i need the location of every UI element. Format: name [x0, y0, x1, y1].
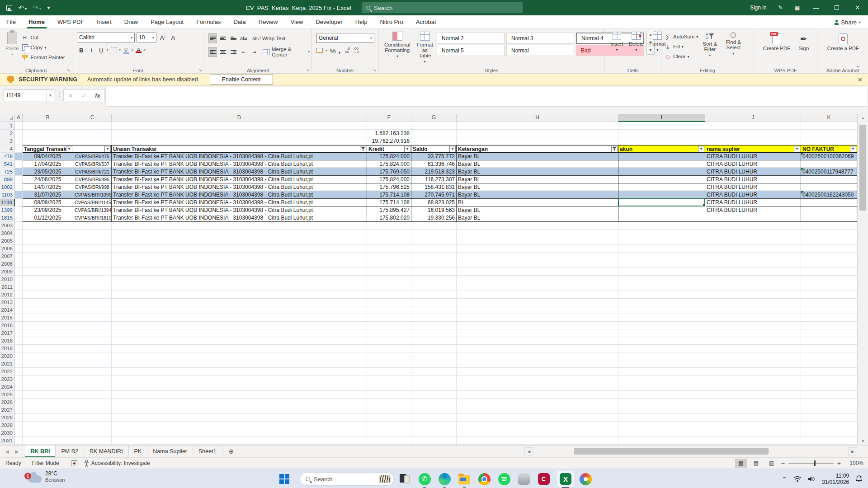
cell-G1002[interactable]: 158.431.831: [411, 183, 457, 191]
cell-F2017[interactable]: [367, 329, 411, 337]
format-painter-button[interactable]: Format Painter: [21, 52, 65, 62]
cell-A2006[interactable]: [15, 245, 23, 253]
delete-cells-button[interactable]: ✕Delete▾: [626, 31, 646, 53]
cell-C2014[interactable]: [73, 306, 112, 314]
style-normal-5[interactable]: Normal 5: [437, 45, 505, 56]
cell-K2004[interactable]: [801, 230, 857, 237]
cell-F2021[interactable]: [367, 360, 411, 368]
cell-G2025[interactable]: [411, 391, 457, 399]
ribbon-tab-view[interactable]: View: [284, 15, 309, 28]
cell-D1103[interactable]: Transfer BI-Fast ke PT BANK UOB INDONESI…: [112, 191, 367, 199]
cell-H2[interactable]: [457, 130, 618, 137]
row-number-2016[interactable]: 2016: [0, 322, 15, 329]
cell-C2020[interactable]: [73, 352, 112, 360]
cell-H1149[interactable]: BL: [457, 199, 618, 206]
column-header-F[interactable]: F: [367, 114, 411, 122]
cell-C2015[interactable]: [73, 314, 112, 322]
wrap-text-button[interactable]: ab⏎Wrap Text: [253, 33, 285, 43]
cell-F2030[interactable]: [367, 429, 411, 437]
collapse-ribbon-icon[interactable]: ⌃: [856, 65, 860, 71]
cell-F1399[interactable]: 175.895.427: [367, 206, 411, 214]
cell-A2013[interactable]: [15, 299, 23, 306]
close-button[interactable]: ×: [847, 0, 868, 15]
save-icon[interactable]: [6, 5, 12, 11]
zoom-in-icon[interactable]: +: [837, 460, 841, 467]
minimize-button[interactable]: —: [806, 0, 826, 15]
row-number-2019[interactable]: 2019: [0, 345, 15, 352]
cell-D2022[interactable]: [112, 368, 367, 375]
cell-C1149[interactable]: CVPAS/BRI/1145: [73, 199, 112, 206]
row-number-2[interactable]: 2: [0, 130, 15, 137]
cell-B1[interactable]: [23, 122, 73, 130]
cell-G2008[interactable]: [411, 260, 457, 268]
pen-icon[interactable]: ✎: [773, 0, 789, 15]
row-number-2017[interactable]: 2017: [0, 329, 15, 337]
cell-C541[interactable]: CVPAS/BRI/537: [73, 160, 112, 168]
cell-J3[interactable]: [705, 137, 801, 145]
cell-A2028[interactable]: [15, 414, 23, 422]
formula-input[interactable]: [105, 87, 868, 107]
row-number-2005[interactable]: 2005: [0, 237, 15, 245]
cell-H725[interactable]: Bayar BL: [457, 168, 618, 176]
cell-J2013[interactable]: [705, 299, 801, 306]
cell-A2020[interactable]: [15, 352, 23, 360]
cell-C2028[interactable]: [73, 414, 112, 422]
row-number-2027[interactable]: 2027: [0, 406, 15, 414]
zoom-slider[interactable]: [788, 463, 834, 464]
cell-K2023[interactable]: [801, 375, 857, 383]
copy-button[interactable]: Copy ▾: [21, 42, 65, 52]
cell-C2013[interactable]: [73, 299, 112, 306]
find-select-button[interactable]: Find & Select▾: [722, 32, 745, 61]
cell-B2024[interactable]: [23, 383, 73, 391]
cell-K479[interactable]: 04002500100362069: [801, 153, 857, 160]
scroll-up-icon[interactable]: ▲: [858, 114, 868, 122]
cell-H3[interactable]: [457, 137, 618, 145]
cell-B2004[interactable]: [23, 230, 73, 237]
cell-D2012[interactable]: [112, 291, 367, 299]
cell-F2014[interactable]: [367, 306, 411, 314]
cell-K2012[interactable]: [801, 291, 857, 299]
cell-G2007[interactable]: [411, 253, 457, 260]
font-name-select[interactable]: Calibri▾: [77, 33, 135, 42]
sheet-nav-arrows[interactable]: ◀▶: [0, 446, 25, 457]
cell-K2005[interactable]: [801, 237, 857, 245]
ribbon-tab-home[interactable]: Home: [22, 15, 51, 28]
cell-F2006[interactable]: [367, 245, 411, 253]
cell-C2007[interactable]: [73, 253, 112, 260]
cell-K2009[interactable]: [801, 268, 857, 276]
cell-C2[interactable]: [73, 130, 112, 137]
cell-K2014[interactable]: [801, 306, 857, 314]
cell-I2029[interactable]: [618, 422, 705, 429]
font-color-button[interactable]: A: [134, 45, 143, 55]
cell-D2018[interactable]: [112, 337, 367, 345]
filter-header-B[interactable]: Tanggal Transaksi▼: [23, 145, 73, 153]
cell-J2019[interactable]: [705, 345, 801, 352]
row-number-2015[interactable]: 2015: [0, 314, 15, 322]
cell-H2031[interactable]: [457, 437, 618, 445]
clipboard-dialog-launcher[interactable]: ⇘: [66, 68, 70, 72]
cell-F2029[interactable]: [367, 422, 411, 429]
cell-H2015[interactable]: [457, 314, 618, 322]
cell-J2010[interactable]: [705, 276, 801, 283]
cell-D2019[interactable]: [112, 345, 367, 352]
cell-J899[interactable]: CITRA BUDI LUHUR: [705, 176, 801, 183]
zoom-out-icon[interactable]: −: [781, 460, 785, 467]
filter-header-H[interactable]: Keterangan: [457, 145, 618, 153]
notification-bell-icon[interactable]: Z: [855, 475, 863, 483]
row-number-899[interactable]: 899: [0, 176, 15, 183]
row-number-2007[interactable]: 2007: [0, 253, 15, 260]
cell-C2029[interactable]: [73, 422, 112, 429]
cell-K2017[interactable]: [801, 329, 857, 337]
cell-B2012[interactable]: [23, 291, 73, 299]
cell-D541[interactable]: Transfer BI-Fast ke PT BANK UOB INDONESI…: [112, 160, 367, 168]
cell-H2029[interactable]: [457, 422, 618, 429]
cell-K2011[interactable]: [801, 283, 857, 291]
filter-header-F[interactable]: Kredit▼: [367, 145, 411, 153]
cell-B2027[interactable]: [23, 406, 73, 414]
cell-B2007[interactable]: [23, 253, 73, 260]
cell-K541[interactable]: [801, 160, 857, 168]
cell-J725[interactable]: CITRA BUDI LUHUR: [705, 168, 801, 176]
cell-C2024[interactable]: [73, 383, 112, 391]
cell-F3[interactable]: 19.762.270.916: [367, 137, 411, 145]
cell-H2016[interactable]: [457, 322, 618, 329]
